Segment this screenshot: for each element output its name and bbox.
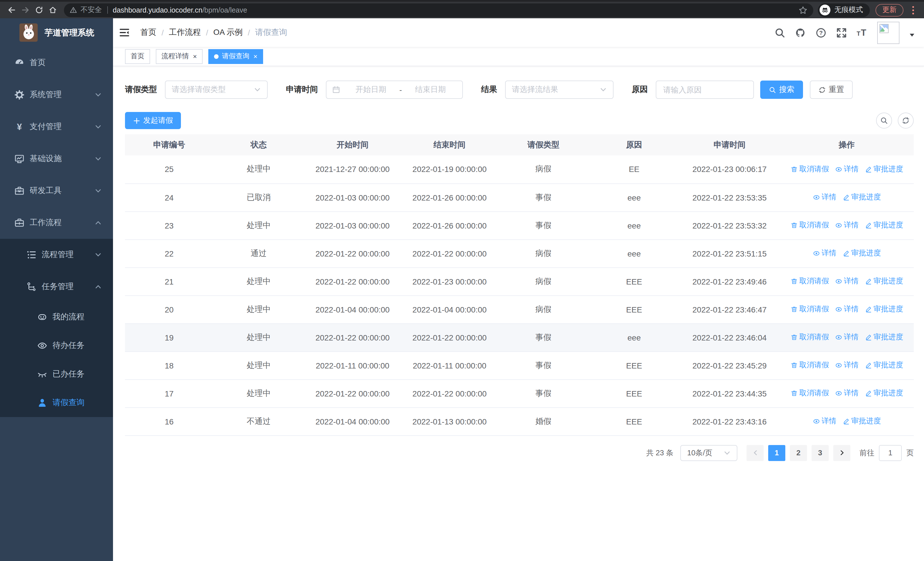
close-icon[interactable]: × [193, 53, 197, 60]
action-detail[interactable]: 详情 [812, 248, 836, 259]
action-progress[interactable]: 审批进度 [864, 304, 903, 314]
reason-input[interactable] [656, 81, 754, 99]
forward-icon [21, 6, 29, 14]
app-logo-row[interactable]: 芋道管理系统 [0, 18, 113, 47]
action-detail[interactable]: 详情 [835, 304, 859, 314]
sidebar-item-10[interactable]: 已办任务 [0, 360, 113, 388]
action-detail[interactable]: 详情 [835, 164, 859, 174]
sidebar-item-1[interactable]: 系统管理 [0, 79, 113, 111]
fullscreen-icon[interactable] [836, 27, 847, 38]
search-button[interactable]: 搜索 [760, 81, 803, 99]
browser-home-button[interactable] [46, 3, 59, 17]
prev-page-button[interactable] [747, 445, 764, 461]
leave-type-select[interactable]: 请选择请假类型 [165, 81, 268, 99]
action-detail[interactable]: 详情 [835, 220, 859, 230]
action-cancel[interactable]: 取消请假 [790, 276, 829, 286]
create-leave-button[interactable]: 发起请假 [125, 112, 181, 129]
sidebar-item-4[interactable]: 研发工具 [0, 175, 113, 207]
action-cancel[interactable]: 取消请假 [790, 304, 829, 314]
sidebar-item-8[interactable]: 我的流程 [0, 303, 113, 331]
url-host: dashboard.yudao.iocoder.cn [113, 6, 202, 14]
action-cancel[interactable]: 取消请假 [790, 388, 829, 399]
action-cancel[interactable]: 取消请假 [790, 220, 829, 230]
sidebar-item-2[interactable]: ¥支付管理 [0, 111, 113, 143]
action-detail[interactable]: 详情 [835, 360, 859, 370]
apply-time-range-picker[interactable]: 开始日期 - 结束日期 [326, 81, 463, 99]
svg-text:T: T [856, 30, 860, 37]
browser-reload-button[interactable] [32, 3, 46, 17]
action-label: 取消请假 [799, 220, 829, 230]
page-button-2[interactable]: 2 [790, 445, 807, 461]
sidebar-item-6[interactable]: 流程管理 [0, 239, 113, 271]
bookmark-star-icon[interactable] [798, 5, 808, 15]
action-progress[interactable]: 审批进度 [842, 192, 881, 203]
header-search-icon[interactable] [774, 27, 785, 38]
tab-首页[interactable]: 首页 [125, 49, 150, 64]
action-progress[interactable]: 审批进度 [864, 360, 903, 370]
tab-请假查询[interactable]: 请假查询× [208, 49, 263, 64]
cell-start: 2022-01-22 00:00:00 [304, 239, 401, 267]
browser-toolbar: 不安全 dashboard.yudao.iocoder.cn /bpm/oa/l… [0, 0, 924, 18]
goto-page-input[interactable] [879, 445, 902, 461]
sidebar-item-label: 系统管理 [30, 90, 62, 100]
action-cancel[interactable]: 取消请假 [790, 332, 829, 343]
collapse-sidebar-button[interactable] [113, 18, 136, 47]
breadcrumb-item[interactable]: 工作流程 [169, 27, 201, 38]
pen-icon [864, 278, 872, 285]
github-icon[interactable] [795, 27, 806, 38]
action-cancel[interactable]: 取消请假 [790, 360, 829, 370]
sidebar-item-7[interactable]: 任务管理 [0, 271, 113, 303]
sidebar-item-0[interactable]: 首页 [0, 47, 113, 79]
action-progress[interactable]: 审批进度 [842, 248, 881, 259]
tab-流程详情[interactable]: 流程详情× [156, 49, 202, 64]
cell-id: 20 [125, 295, 213, 323]
avatar-caret-down-icon[interactable] [909, 32, 915, 38]
action-progress[interactable]: 审批进度 [842, 416, 881, 426]
browser-forward-button[interactable] [18, 3, 32, 17]
column-header: 状态 [213, 134, 304, 155]
sidebar-item-3[interactable]: 基础设施 [0, 143, 113, 175]
action-detail[interactable]: 详情 [835, 276, 859, 286]
action-progress[interactable]: 审批进度 [864, 220, 903, 230]
breadcrumb-item[interactable]: OA 示例 [213, 27, 243, 38]
sidebar-item-11[interactable]: 请假查询 [0, 388, 113, 417]
action-detail[interactable]: 详情 [835, 332, 859, 343]
action-detail[interactable]: 详情 [812, 416, 836, 426]
sidebar-item-9[interactable]: 待办任务 [0, 331, 113, 360]
cell-status: 处理中 [213, 155, 304, 183]
browser-back-button[interactable] [4, 3, 18, 17]
action-progress[interactable]: 审批进度 [864, 388, 903, 399]
action-detail[interactable]: 详情 [835, 388, 859, 399]
breadcrumb-item[interactable]: 首页 [140, 27, 156, 38]
avatar[interactable] [877, 21, 900, 44]
trash-icon [790, 334, 798, 341]
address-bar[interactable]: 不安全 dashboard.yudao.iocoder.cn /bpm/oa/l… [64, 3, 813, 17]
sidebar-item-label: 支付管理 [30, 122, 62, 132]
font-size-icon[interactable]: TT [856, 27, 867, 38]
show-search-button[interactable] [876, 113, 892, 129]
pen-icon [864, 305, 872, 313]
action-label: 审批进度 [851, 248, 881, 259]
browser-update-button[interactable]: 更新 [876, 4, 903, 16]
trash-icon [790, 362, 798, 369]
action-progress[interactable]: 审批进度 [864, 164, 903, 174]
action-progress[interactable]: 审批进度 [864, 332, 903, 343]
action-detail[interactable]: 详情 [812, 192, 836, 203]
page-size-select[interactable]: 10条/页 [680, 445, 737, 461]
browser-menu-button[interactable] [908, 4, 918, 16]
close-icon[interactable]: × [254, 53, 257, 60]
sidebar-menu: 首页系统管理¥支付管理基础设施研发工具工作流程流程管理任务管理我的流程待办任务已… [0, 47, 113, 417]
action-label: 详情 [844, 304, 859, 314]
action-progress[interactable]: 审批进度 [864, 276, 903, 286]
action-cancel[interactable]: 取消请假 [790, 164, 829, 174]
table-header-row: 申请编号状态开始时间结束时间请假类型原因申请时间操作 [125, 134, 914, 155]
refresh-table-button[interactable] [898, 113, 914, 129]
tag-label: 请假查询 [222, 51, 249, 61]
sidebar-item-5[interactable]: 工作流程 [0, 207, 113, 239]
page-button-3[interactable]: 3 [812, 445, 829, 461]
help-icon[interactable]: ? [816, 27, 826, 38]
reset-button[interactable]: 重置 [810, 81, 853, 99]
next-page-button[interactable] [833, 445, 850, 461]
result-select[interactable]: 请选择流结果 [505, 81, 614, 99]
page-button-1[interactable]: 1 [768, 445, 785, 461]
